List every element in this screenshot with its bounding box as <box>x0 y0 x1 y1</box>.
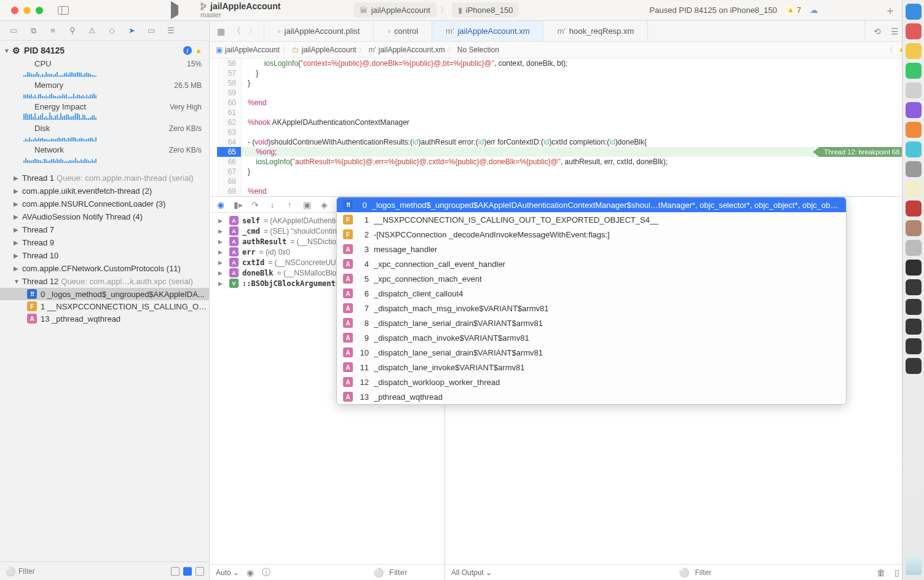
console-split-1-icon[interactable]: ▯ <box>892 568 902 578</box>
dock-app-icon[interactable] <box>906 181 922 197</box>
stack-frame-item[interactable]: A13 _pthread_wqthread <box>0 312 209 325</box>
dock-app-icon[interactable] <box>906 23 922 39</box>
stack-popup-item[interactable]: A10_dispatch_lane_serial_drain$VARIANT$a… <box>337 345 846 360</box>
nav-issues-icon[interactable]: ⚠ <box>87 26 97 36</box>
window-minimize-button[interactable] <box>23 7 31 14</box>
thread-row[interactable]: ▶Thread 10 <box>0 249 209 262</box>
editor-options-icon[interactable]: ☰ <box>890 26 899 36</box>
vars-filter-icon[interactable]: ⚪ <box>373 568 383 578</box>
stack-popup-item[interactable]: A6_dispatch_client_callout4 <box>337 286 846 301</box>
step-over-icon[interactable]: ↷ <box>250 200 260 210</box>
filter-opt-1[interactable] <box>171 567 180 576</box>
console-filter-icon[interactable]: ⚪ <box>679 568 689 578</box>
stack-frame-item[interactable]: F1 __NSXPCCONNECTION_IS_CALLING_OUT... <box>0 300 209 312</box>
dock-app-icon[interactable] <box>906 63 922 79</box>
dock-app-icon[interactable] <box>906 358 922 374</box>
gauge-memory[interactable]: Memory26.5 MB <box>0 79 209 101</box>
vars-scope-selector[interactable]: Auto ⌄ <box>216 568 239 577</box>
code-line[interactable]: 67} <box>210 167 924 177</box>
stack-popup-item[interactable]: ⠿0_logos_method$_ungrouped$AKAppleIDAuth… <box>337 197 846 212</box>
code-line[interactable]: 65 %orig;Thread 12: breakpoint 68.1 (1) <box>210 147 924 157</box>
left-panel-toggle-icon[interactable] <box>58 6 69 15</box>
thread-row[interactable]: ▶Thread 9 <box>0 236 209 249</box>
jumpbar-file[interactable]: jailAppleAccount.xm <box>379 46 445 54</box>
debug-view-icon[interactable]: ▣ <box>302 200 312 210</box>
warnings-indicator[interactable]: ▲ 7 <box>784 6 804 15</box>
dock-app-icon[interactable] <box>906 102 922 118</box>
editor-tab[interactable]: ▫jailAppleAccount.plist <box>264 21 374 41</box>
process-header[interactable]: ▼ ⚙ PID 84125 i ▲ <box>0 43 209 58</box>
debug-toggle-icon[interactable]: ◉ <box>216 200 226 210</box>
stack-popup-item[interactable]: A4_xpc_connection_call_event_handler <box>337 256 846 271</box>
vars-view-icon[interactable]: ◉ <box>245 568 255 578</box>
filter-icon[interactable]: ⚪ <box>5 566 15 576</box>
related-items-icon[interactable]: ▦ <box>216 26 226 36</box>
console-output-selector[interactable]: All Output ⌄ <box>451 568 492 577</box>
gauge-energy-impact[interactable]: Energy ImpactVery High <box>0 101 209 122</box>
nav-back-icon[interactable]: 〈 <box>232 26 242 36</box>
stack-popup-item[interactable]: A13_pthread_wqthread <box>337 389 846 404</box>
dock-trash-icon[interactable] <box>906 557 922 575</box>
run-button[interactable] <box>171 6 180 14</box>
nav-debug-icon[interactable]: ➤ <box>127 26 136 36</box>
code-line[interactable]: 64- (void)shouldContinueWithAuthenticati… <box>210 137 924 147</box>
step-out-icon[interactable]: ↑ <box>285 200 294 210</box>
step-into-icon[interactable]: ↓ <box>267 200 277 210</box>
left-filter-input[interactable] <box>18 567 167 576</box>
continue-icon[interactable]: ▮▸ <box>233 200 243 210</box>
dock-app-icon[interactable] <box>906 141 922 157</box>
jumpbar-folder[interactable]: jailAppleAccount <box>302 46 357 54</box>
code-line[interactable]: 61 <box>210 108 924 117</box>
reload-icon[interactable]: ⟲ <box>872 26 882 36</box>
stack-popup-item[interactable]: F1__NSXPCCONNECTION_IS_CALLING_OUT_TO_EX… <box>337 212 846 227</box>
nav-tests-icon[interactable]: ◇ <box>107 26 117 36</box>
jump-prev-icon[interactable]: 〈 <box>886 45 893 55</box>
dock-app-icon[interactable] <box>906 43 922 59</box>
code-line[interactable]: 59 <box>210 88 924 98</box>
dock-app-icon[interactable] <box>906 319 922 335</box>
filter-opt-2[interactable] <box>183 567 192 576</box>
code-line[interactable]: 62%hook AKAppleIDAuthenticationContextMa… <box>210 117 924 127</box>
stack-frame-item[interactable]: ⠿0 _logos_method$_ungrouped$AKAppleIDA..… <box>0 288 209 300</box>
new-tab-button[interactable]: ＋ <box>876 3 904 18</box>
console-filter-input[interactable] <box>695 568 870 577</box>
stack-popup-item[interactable]: F2-[NSXPCConnection _decodeAndInvokeMess… <box>337 227 846 242</box>
nav-forward-icon[interactable]: 〉 <box>248 26 258 36</box>
console-clear-icon[interactable]: 🗑 <box>876 568 886 578</box>
scheme-target[interactable]: 🏛 jailAppleAccount <box>353 2 436 17</box>
dock-app-icon[interactable] <box>906 201 922 217</box>
jumpbar-symbol[interactable]: No Selection <box>457 46 499 54</box>
stack-popup-item[interactable]: A11_dispatch_lane_invoke$VARIANT$armv81 <box>337 360 846 375</box>
dock-app-icon[interactable] <box>906 4 922 20</box>
thread-row[interactable]: ▶com.apple.uikit.eventfetch-thread (2) <box>0 185 209 197</box>
dock-app-icon[interactable] <box>906 220 922 236</box>
dock-app-icon[interactable] <box>906 260 922 276</box>
thread-row[interactable]: ▶Thread 1Queue: com.apple.main-thread (s… <box>0 172 209 185</box>
code-line[interactable]: 57 } <box>210 68 924 78</box>
stack-popup-item[interactable]: A8_dispatch_lane_serial_drain$VARIANT$ar… <box>337 316 846 330</box>
nav-breakpoints-icon[interactable]: ▭ <box>146 26 156 36</box>
window-close-button[interactable] <box>11 7 18 14</box>
stack-popup-item[interactable]: A5_xpc_connection_mach_event <box>337 271 846 286</box>
project-selector[interactable]: jailAppleAccount master <box>200 2 280 18</box>
code-line[interactable]: 56 iosLogInfo("context=%{public}@,doneBl… <box>210 58 924 68</box>
dock-app-icon[interactable] <box>906 240 922 256</box>
code-line[interactable]: 68 <box>210 177 924 186</box>
editor-tab[interactable]: m'hook_reqResp.xm <box>543 21 648 41</box>
jumpbar-project[interactable]: jailAppleAccount <box>225 46 280 54</box>
stop-button[interactable] <box>149 6 157 14</box>
warning-badge-icon[interactable]: ▲ <box>194 46 203 55</box>
vars-filter-input[interactable] <box>389 568 438 577</box>
gauge-disk[interactable]: DiskZero KB/s <box>0 122 209 144</box>
filter-opt-3[interactable] <box>195 567 204 576</box>
window-maximize-button[interactable] <box>36 7 43 14</box>
stack-popup-item[interactable]: A7_dispatch_mach_msg_invoke$VARIANT$armv… <box>337 301 846 316</box>
stack-popup-item[interactable]: A12_dispatch_workloop_worker_thread <box>337 375 846 389</box>
code-line[interactable]: 58} <box>210 78 924 88</box>
editor-tab[interactable]: m'jailAppleAccount.xm <box>432 21 543 41</box>
scheme-device[interactable]: ▮ iPhone8_150 <box>452 2 519 17</box>
thread-row[interactable]: ▶Thread 7 <box>0 223 209 236</box>
stack-frame-popup[interactable]: ⠿0_logos_method$_ungrouped$AKAppleIDAuth… <box>336 197 847 405</box>
dock-app-icon[interactable] <box>906 279 922 295</box>
thread-row[interactable]: ▶AVAudioSession Notify Thread (4) <box>0 210 209 223</box>
